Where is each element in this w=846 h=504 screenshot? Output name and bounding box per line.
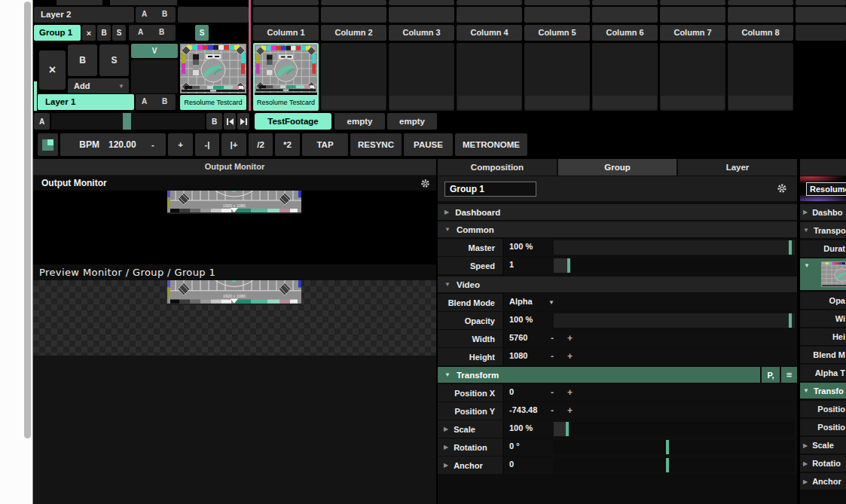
clip-cell-empty[interactable] [524, 43, 590, 111]
position-x-value[interactable]: 0 [509, 387, 514, 396]
clip-cell-empty[interactable] [660, 43, 725, 111]
height-plus-button[interactable]: + [567, 351, 573, 362]
width-value[interactable]: 5760 [509, 333, 527, 342]
section-common[interactable]: ▼ Common [438, 221, 797, 237]
anchor-value[interactable]: 0 [509, 460, 514, 469]
layer1-label[interactable]: Layer 1 [38, 94, 134, 110]
master-slider[interactable] [554, 240, 795, 255]
composition-active-button[interactable] [38, 133, 58, 156]
section-dashboard[interactable]: ▶ Dashboard [438, 204, 797, 220]
clip-cell[interactable] [592, 7, 658, 23]
group1-close-button[interactable]: × [82, 25, 96, 41]
rotation-slider-handle[interactable] [666, 440, 669, 454]
anchor-slider-handle[interactable] [666, 458, 669, 472]
width-plus-button[interactable]: + [567, 333, 573, 344]
bpm-nudge-down-button[interactable]: -| [195, 133, 219, 156]
clip-cell[interactable] [592, 0, 658, 5]
layer2-a-button[interactable]: A [142, 10, 147, 18]
clip-section-anchor[interactable]: ▶ Anchor [800, 473, 846, 490]
group1-b-button[interactable]: B [159, 28, 164, 36]
bpm-nudge-up-button[interactable]: |+ [221, 133, 246, 156]
clip-cell[interactable] [796, 0, 846, 5]
tab-composition[interactable]: Composition [438, 159, 557, 176]
clip-cell-empty[interactable] [457, 43, 522, 111]
clip-section-dashboard[interactable]: ▶ Dashbo [800, 204, 846, 220]
column-header-6[interactable]: Column 6 [592, 25, 658, 41]
group1-column-solo-button[interactable]: S [195, 25, 209, 41]
position-y-minus-button[interactable]: - [551, 405, 554, 416]
column-header-5[interactable]: Column 5 [524, 25, 590, 41]
previous-deck-button[interactable] [224, 113, 236, 130]
clip-cell[interactable] [321, 0, 386, 5]
output-monitor-gear-icon[interactable] [420, 178, 430, 191]
resync-button[interactable]: RESYNC [350, 133, 402, 156]
column-header-8[interactable]: Column 8 [728, 25, 793, 41]
crossfader-handle[interactable] [123, 113, 131, 130]
layer1-blend-dropdown[interactable]: Add ▼ [68, 78, 129, 93]
master-value[interactable]: 100 % [509, 242, 533, 251]
column-header-7[interactable]: Column 7 [660, 25, 725, 41]
bpm-halve-button[interactable]: /2 [249, 133, 273, 156]
opacity-value[interactable]: 100 % [509, 315, 533, 324]
pause-button[interactable]: PAUSE [404, 133, 453, 156]
tab-layer[interactable]: Layer [678, 159, 797, 176]
next-deck-button[interactable] [237, 113, 249, 130]
clip-cell[interactable] [524, 7, 590, 23]
layer1-solo-button[interactable]: S [99, 44, 129, 76]
group1-bypass-button[interactable]: B [97, 25, 111, 41]
rotation-value[interactable]: 0 ° [509, 441, 520, 451]
bpm-increment-button[interactable]: + [168, 133, 193, 156]
width-minus-button[interactable]: - [551, 333, 554, 344]
deck-tab-empty-2[interactable]: empty [387, 113, 437, 130]
clip-cell[interactable] [796, 7, 846, 23]
clip-cell[interactable] [253, 7, 319, 23]
clip-preview-strip[interactable]: Resolume [800, 176, 846, 201]
position-y-value[interactable]: -743.48 [509, 405, 537, 414]
layer1-a-button[interactable]: A [142, 97, 147, 105]
bpm-decrement-button[interactable]: - [140, 133, 166, 156]
position-y-plus-button[interactable]: + [567, 405, 573, 416]
group-name-input[interactable]: Group 1 [444, 182, 536, 197]
layer1-clip-name[interactable]: Resolume Testcard [180, 95, 246, 110]
speed-slider[interactable] [554, 258, 795, 273]
position-x-minus-button[interactable]: - [551, 387, 554, 398]
clip-name-box[interactable]: Resolume [806, 182, 846, 196]
clip-cell[interactable] [660, 7, 725, 23]
height-value[interactable]: 1080 [509, 351, 527, 360]
clip-section-rotation[interactable]: ▶ Rotatio [800, 455, 846, 472]
clip-cell-empty[interactable] [389, 43, 454, 111]
layer1-close-button[interactable]: × [39, 50, 66, 90]
output-monitor-viewport[interactable]: 1920 x 1080 [33, 191, 436, 264]
deck-tab-empty-1[interactable]: empty [334, 113, 385, 130]
layer2-label[interactable]: Layer 2 [34, 7, 134, 23]
clip-cell[interactable] [524, 0, 590, 5]
clip-resolume-testcard[interactable]: Resolume Testcard [253, 43, 319, 111]
partial-blend-dropdown[interactable] [57, 0, 102, 5]
clip-cell[interactable] [728, 7, 793, 23]
clip-panel-tab[interactable] [800, 159, 846, 176]
clip-cell[interactable] [457, 0, 522, 5]
anchor-slider[interactable] [554, 458, 795, 472]
tab-group[interactable]: Group [558, 159, 676, 176]
scale-label[interactable]: ▶ Scale [438, 420, 502, 438]
scrollbar-thumb[interactable] [24, 2, 31, 438]
rotation-slider[interactable] [554, 440, 795, 454]
clip-thumbnail-row[interactable]: ▼ [800, 258, 846, 290]
group1-solo-button[interactable]: S [112, 25, 126, 41]
clip-cell[interactable] [321, 7, 386, 23]
column-header-4[interactable]: Column 4 [457, 25, 522, 41]
clip-cell-empty[interactable] [728, 43, 793, 111]
clip-section-transport[interactable]: ▼ Transpo [800, 222, 846, 238]
clip-cell[interactable] [389, 0, 454, 5]
column-header-1[interactable]: Column 1 [253, 25, 319, 41]
layer2-b-button[interactable]: B [162, 10, 167, 18]
column-header-3[interactable]: Column 3 [389, 25, 454, 41]
layer1-b-button[interactable]: B [162, 97, 167, 105]
blend-mode-value[interactable]: Alpha [509, 297, 533, 306]
section-video[interactable]: ▼ Video [438, 276, 797, 292]
scale-slider[interactable] [554, 422, 795, 436]
output-monitor-tab[interactable]: Output Monitor [33, 159, 436, 175]
clip-section-transform[interactable]: ▼ Transfo [800, 383, 846, 399]
bpm-double-button[interactable]: *2 [275, 133, 300, 156]
column-header-2[interactable]: Column 2 [321, 25, 386, 41]
